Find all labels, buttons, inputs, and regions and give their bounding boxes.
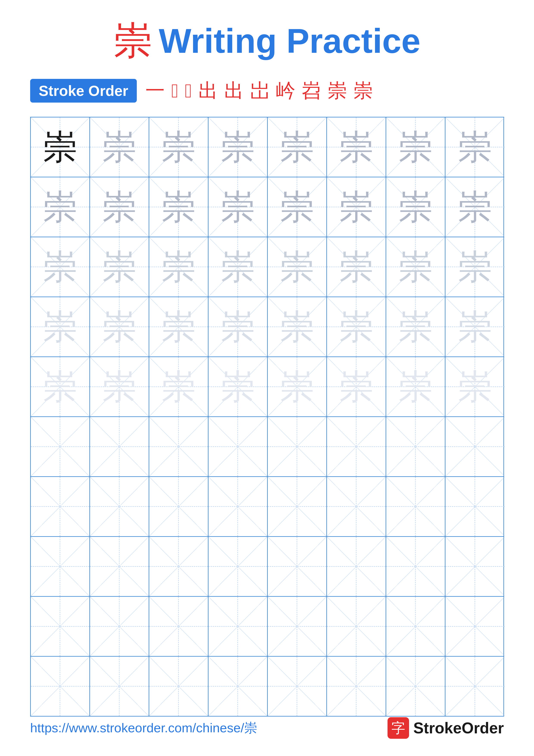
grid-cell[interactable] [209, 417, 268, 476]
grid-row: 崇崇崇崇崇崇崇崇 [31, 357, 503, 417]
grid-cell[interactable]: 崇 [327, 237, 386, 297]
stroke-order-section: Stroke Order 一 𠃍 𡴞 出 出 岀 岒 岧 崇 崇 [30, 78, 504, 104]
grid-cell[interactable]: 崇 [90, 177, 149, 237]
grid-cell[interactable] [149, 477, 209, 536]
page: 崇 Writing Practice Stroke Order 一 𠃍 𡴞 出 … [0, 0, 534, 756]
stroke-char-2: 𠃍 [171, 80, 178, 102]
grid-cell[interactable] [386, 537, 445, 596]
grid-cell[interactable]: 崇 [31, 357, 90, 417]
grid-cell[interactable] [149, 537, 209, 596]
grid-cell[interactable]: 崇 [268, 237, 327, 297]
grid-cell[interactable]: 崇 [31, 297, 90, 357]
practice-character: 崇 [339, 250, 373, 284]
grid-cell[interactable] [31, 477, 90, 536]
grid-cell[interactable]: 崇 [90, 118, 149, 177]
grid-cell[interactable]: 崇 [209, 297, 268, 357]
grid-cell[interactable]: 崇 [90, 297, 149, 357]
grid-cell[interactable] [445, 477, 505, 536]
grid-cell[interactable] [268, 597, 327, 656]
practice-character: 崇 [398, 369, 433, 404]
grid-cell[interactable] [445, 657, 505, 716]
grid-cell[interactable]: 崇 [386, 297, 445, 357]
grid-cell[interactable] [327, 417, 386, 476]
grid-cell[interactable]: 崇 [445, 118, 505, 177]
grid-cell[interactable] [327, 537, 386, 596]
grid-cell[interactable]: 崇 [386, 118, 445, 177]
grid-row: 崇崇崇崇崇崇崇崇 [31, 297, 503, 357]
grid-cell[interactable] [327, 477, 386, 536]
title-section: 崇 Writing Practice [114, 21, 420, 60]
grid-cell[interactable]: 崇 [386, 177, 445, 237]
grid-cell[interactable]: 崇 [268, 177, 327, 237]
grid-cell[interactable] [209, 477, 268, 536]
grid-cell[interactable]: 崇 [149, 297, 209, 357]
grid-cell[interactable] [90, 597, 149, 656]
grid-cell[interactable] [386, 597, 445, 656]
grid-cell[interactable]: 崇 [149, 357, 209, 417]
grid-cell[interactable]: 崇 [149, 237, 209, 297]
stroke-char-6: 岀 [250, 78, 269, 104]
grid-cell[interactable]: 崇 [445, 357, 505, 417]
grid-cell[interactable] [445, 537, 505, 596]
grid-cell[interactable]: 崇 [445, 177, 505, 237]
practice-character: 崇 [102, 369, 137, 404]
grid-cell[interactable]: 崇 [327, 177, 386, 237]
grid-cell[interactable] [268, 477, 327, 536]
grid-cell[interactable] [149, 657, 209, 716]
grid-cell[interactable]: 崇 [149, 118, 209, 177]
grid-cell[interactable] [31, 597, 90, 656]
grid-cell[interactable]: 崇 [209, 177, 268, 237]
practice-character: 崇 [458, 250, 492, 284]
grid-cell[interactable]: 崇 [327, 297, 386, 357]
grid-cell[interactable]: 崇 [268, 357, 327, 417]
grid-cell[interactable] [445, 417, 505, 476]
grid-cell[interactable] [31, 657, 90, 716]
grid-cell[interactable] [149, 417, 209, 476]
practice-character: 崇 [43, 250, 77, 284]
grid-cell[interactable] [31, 537, 90, 596]
grid-cell[interactable]: 崇 [327, 118, 386, 177]
grid-cell[interactable]: 崇 [209, 357, 268, 417]
grid-cell[interactable] [327, 597, 386, 656]
grid-cell[interactable]: 崇 [209, 237, 268, 297]
grid-cell[interactable] [445, 597, 505, 656]
grid-cell[interactable] [268, 657, 327, 716]
grid-cell[interactable] [90, 417, 149, 476]
grid-cell[interactable]: 崇 [327, 357, 386, 417]
grid-cell[interactable] [209, 537, 268, 596]
grid-cell[interactable]: 崇 [209, 118, 268, 177]
grid-cell[interactable] [268, 537, 327, 596]
grid-cell[interactable] [149, 597, 209, 656]
grid-cell[interactable] [386, 417, 445, 476]
grid-cell[interactable]: 崇 [31, 177, 90, 237]
grid-cell[interactable]: 崇 [31, 118, 90, 177]
practice-character: 崇 [161, 130, 196, 164]
grid-cell[interactable]: 崇 [268, 118, 327, 177]
grid-cell[interactable]: 崇 [31, 237, 90, 297]
footer-url[interactable]: https://www.strokeorder.com/chinese/崇 [30, 719, 257, 737]
grid-cell[interactable]: 崇 [386, 237, 445, 297]
grid-cell[interactable]: 崇 [90, 357, 149, 417]
practice-character: 崇 [43, 190, 77, 224]
grid-cell[interactable]: 崇 [90, 237, 149, 297]
grid-cell[interactable] [90, 537, 149, 596]
grid-cell[interactable] [209, 657, 268, 716]
grid-row [31, 477, 503, 537]
grid-cell[interactable] [90, 477, 149, 536]
grid-row: 崇崇崇崇崇崇崇崇 [31, 237, 503, 297]
grid-cell[interactable]: 崇 [268, 297, 327, 357]
grid-cell[interactable] [209, 597, 268, 656]
grid-cell[interactable]: 崇 [386, 357, 445, 417]
grid-cell[interactable]: 崇 [445, 297, 505, 357]
grid-cell[interactable]: 崇 [445, 237, 505, 297]
grid-cell[interactable] [268, 417, 327, 476]
practice-character: 崇 [398, 190, 433, 224]
grid-cell[interactable] [386, 477, 445, 536]
grid-cell[interactable] [327, 657, 386, 716]
practice-character: 崇 [161, 369, 196, 404]
stroke-char-3: 𡴞 [185, 80, 192, 102]
grid-cell[interactable]: 崇 [149, 177, 209, 237]
grid-cell[interactable] [90, 657, 149, 716]
grid-cell[interactable] [386, 657, 445, 716]
grid-cell[interactable] [31, 417, 90, 476]
